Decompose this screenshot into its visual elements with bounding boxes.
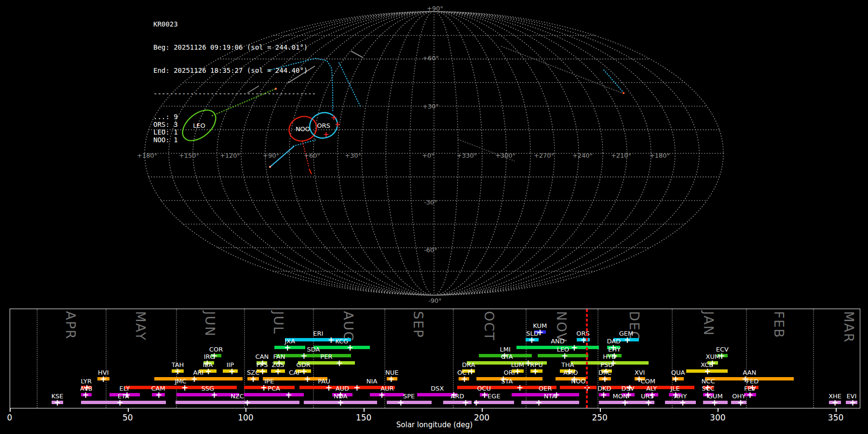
lat-label: +60°: [422, 54, 439, 62]
shower-peak-pps: +: [259, 367, 266, 375]
shower-code-com: COM: [640, 378, 655, 384]
shower-peak-qua: +: [672, 375, 679, 383]
current-sol-line: [587, 309, 588, 408]
shower-peak-nue: +: [388, 375, 394, 383]
lon-label: +0°: [422, 152, 434, 159]
month-label-feb: FEB: [772, 311, 787, 339]
month-gridline: [313, 309, 314, 408]
trail-right: [604, 70, 624, 93]
noo-trail-tip: [309, 169, 312, 174]
shower-code-dsx: DSX: [431, 385, 444, 392]
lon-label: +210°: [611, 152, 631, 159]
x-tick: [836, 408, 837, 412]
month-label-may: MAY: [133, 311, 148, 341]
shower-peak-pau: +: [326, 383, 332, 392]
shower-bar-eta: [81, 401, 166, 404]
shower-bar-ari: [154, 377, 243, 380]
month-gridline: [813, 309, 814, 408]
x-tick: [245, 408, 246, 412]
shower-peak-jxa: +: [284, 343, 291, 352]
shower-bar-mon: [599, 401, 641, 404]
shower-peak-leo: +: [561, 352, 568, 360]
month-gridline: [37, 309, 38, 408]
shower-code-cap: CAP: [289, 369, 301, 376]
shower-code-per: PER: [320, 353, 332, 360]
shower-peak-ard: +: [462, 398, 469, 407]
lat-label: +90°: [427, 5, 443, 12]
month-gridline: [597, 309, 598, 408]
shower-code-cta: CTA: [501, 353, 513, 360]
shower-peak-jmc: +: [181, 383, 188, 392]
info-panel: KR0023 Beg: 20251126 09:19:06 (sol = 244…: [153, 5, 316, 151]
begin-time: Beg: 20251126 09:19:06 (sol = 244.01°): [153, 43, 316, 51]
shower-peak-avb: +: [82, 391, 89, 399]
shower-peak-sld: +: [529, 336, 535, 344]
month-gridline: [106, 309, 107, 408]
shower-peak-cam: +: [155, 391, 162, 399]
shower-code-and: AND: [551, 338, 565, 344]
shower-peak-iea: +: [205, 367, 212, 375]
shower-code-eri: ERI: [313, 330, 323, 337]
shower-peak-gum: +: [711, 398, 718, 407]
shower-bar-spe: [387, 401, 432, 404]
shower-peak-urs: +: [645, 398, 652, 407]
radiant-label-ors: ORS: [317, 122, 330, 129]
shower-bar-kcg: [313, 346, 370, 349]
shower-peak-mon: +: [622, 398, 628, 407]
shower-peak-gem: +: [624, 336, 631, 344]
activity-chart: APRMAYJUNJULAUGSEPOCTNOVDECJANFEBMARKUM+…: [10, 309, 860, 408]
shower-peak-nda: +: [337, 398, 344, 407]
shower-code-sda: SDA: [307, 346, 320, 353]
lon-label: +120°: [220, 152, 240, 159]
ors-trail-b: [339, 63, 361, 107]
shower-peak-iip: +: [229, 367, 235, 375]
shower-peak-cap: +: [304, 375, 311, 383]
end-time: End: 20251126 18:35:27 (sol = 244.40°): [153, 67, 316, 74]
count-line: LEO: 1: [153, 128, 316, 136]
shower-peak-xhe: +: [831, 398, 838, 407]
lon-label: +30°: [345, 152, 361, 159]
meteor-radiant-app: { "header": { "station": "KR0023", "beg"…: [0, 0, 868, 434]
lon-label: +330°: [457, 152, 477, 159]
month-label-sep: SEP: [411, 311, 426, 338]
lon-label: +180°: [137, 152, 157, 159]
x-tick: [718, 408, 719, 412]
shower-bar-nta: [521, 401, 579, 404]
shower-code-sta: STA: [501, 378, 513, 384]
lat-label: +30°: [422, 103, 439, 110]
sky-map: LEONOOORS++++90°+60°+30°-30°-60°-90°+180…: [0, 0, 868, 309]
trail-endpoint-dot: [269, 166, 271, 168]
shower-peak-sta: +: [516, 383, 523, 392]
separator-line: ----------------------------------------: [153, 90, 316, 97]
shower-code-nzc: NZC: [231, 393, 244, 399]
shower-peak-kcg: +: [347, 343, 353, 352]
shower-peak-tah: +: [174, 367, 181, 375]
shower-peak-xcb: +: [704, 367, 711, 375]
month-label-apr: APR: [63, 311, 78, 340]
month-label-jun: JUN: [203, 311, 217, 337]
count-line: ...: 9: [153, 113, 316, 121]
shower-peak-pca: +: [285, 391, 292, 399]
lat-label: -30°: [424, 199, 437, 206]
lon-label: +180°: [650, 152, 670, 159]
shower-peak-hvi: +: [100, 375, 107, 383]
x-tick: [364, 408, 365, 412]
x-tick: [600, 408, 601, 412]
lon-label: +300°: [495, 152, 515, 159]
lon-label: +270°: [534, 152, 554, 159]
lon-label: +240°: [572, 152, 593, 159]
shower-peak-nta: +: [535, 398, 542, 407]
shower-peak-oct: +: [461, 375, 468, 383]
month-label-jan: JAN: [701, 311, 716, 336]
shower-peak-zcs: +: [274, 367, 281, 375]
lon-label: +60°: [304, 152, 320, 159]
gray-streak-3: [351, 51, 363, 57]
shower-peak-eri: +: [328, 336, 335, 344]
shower-bar-ssg: [176, 393, 239, 396]
shower-peak-ssg: +: [211, 391, 217, 399]
shower-code-spe: SPE: [403, 393, 415, 399]
lon-label: +150°: [179, 152, 199, 159]
x-axis-title: Solar longitude (deg): [10, 420, 859, 429]
shower-code-pca: PCA: [268, 385, 280, 392]
shower-peak-fev: +: [746, 391, 753, 399]
